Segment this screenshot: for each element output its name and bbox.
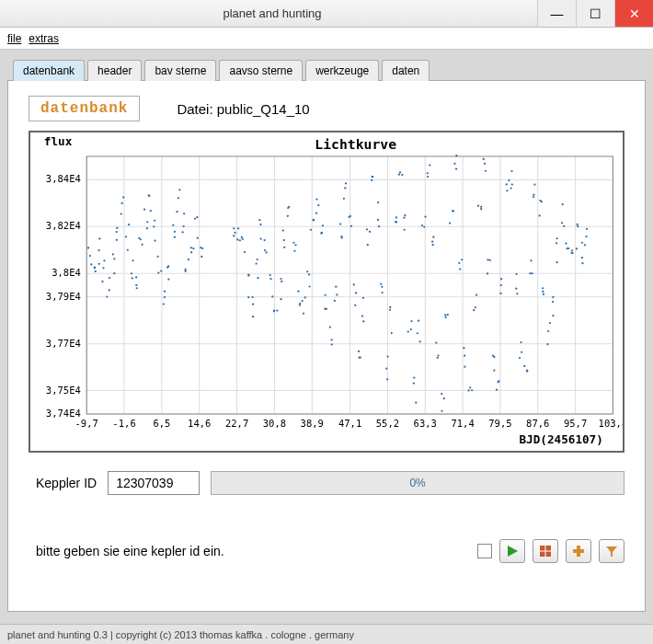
svg-point-188 xyxy=(331,343,333,345)
svg-point-87 xyxy=(150,210,152,212)
svg-point-127 xyxy=(236,238,238,240)
svg-point-352 xyxy=(586,228,588,230)
svg-point-245 xyxy=(417,332,418,334)
play-button[interactable] xyxy=(499,539,525,563)
svg-point-61 xyxy=(109,289,110,291)
svg-point-122 xyxy=(201,247,203,249)
checkbox[interactable] xyxy=(477,544,492,558)
svg-point-105 xyxy=(178,197,179,199)
svg-point-129 xyxy=(241,236,243,238)
svg-point-306 xyxy=(516,293,518,294)
menubar: file extras xyxy=(0,28,653,50)
svg-point-259 xyxy=(443,397,445,399)
svg-point-193 xyxy=(339,223,341,224)
svg-point-201 xyxy=(354,305,356,306)
svg-point-130 xyxy=(242,238,244,240)
svg-point-178 xyxy=(315,213,317,214)
svg-point-70 xyxy=(122,196,124,198)
svg-point-289 xyxy=(487,272,488,274)
svg-point-249 xyxy=(429,164,430,166)
svg-point-113 xyxy=(188,259,189,260)
svg-point-156 xyxy=(283,247,285,248)
svg-point-110 xyxy=(181,231,183,233)
svg-point-346 xyxy=(577,224,579,225)
svg-text:30,8: 30,8 xyxy=(263,418,286,429)
svg-point-166 xyxy=(297,291,299,293)
menu-file[interactable]: file xyxy=(7,32,21,45)
svg-point-206 xyxy=(360,356,361,358)
svg-point-304 xyxy=(511,183,513,185)
svg-point-326 xyxy=(542,291,544,293)
svg-point-191 xyxy=(336,293,338,295)
svg-point-71 xyxy=(120,213,122,214)
svg-text:79,5: 79,5 xyxy=(488,418,511,429)
svg-point-263 xyxy=(445,316,447,318)
svg-point-141 xyxy=(258,219,260,221)
menu-extras[interactable]: extras xyxy=(29,32,59,45)
panel-header: datenbank Datei: public_Q14_10 xyxy=(29,96,624,121)
maximize-button[interactable]: ☐ xyxy=(576,0,614,27)
svg-point-123 xyxy=(233,235,235,236)
add-button[interactable] xyxy=(566,539,591,563)
filter-button[interactable] xyxy=(599,539,624,563)
svg-point-260 xyxy=(441,393,442,395)
svg-point-217 xyxy=(377,201,379,203)
tab-header[interactable]: header xyxy=(87,60,142,81)
keppler-id-input[interactable] xyxy=(108,471,200,495)
window-title: planet and hunting xyxy=(7,6,537,20)
svg-point-103 xyxy=(174,236,176,238)
svg-point-219 xyxy=(382,292,384,293)
close-button[interactable]: ✕ xyxy=(614,0,653,27)
tab-aavso-sterne[interactable]: aavso sterne xyxy=(219,60,303,81)
svg-point-330 xyxy=(552,296,554,298)
tab-datenbank[interactable]: datenbank xyxy=(13,60,85,81)
svg-point-106 xyxy=(176,211,178,213)
svg-text:3,82E4: 3,82E4 xyxy=(46,221,81,232)
svg-text:3,79E4: 3,79E4 xyxy=(46,291,81,302)
svg-point-98 xyxy=(164,296,166,298)
svg-point-265 xyxy=(449,223,451,224)
svg-point-54 xyxy=(98,263,100,265)
tabstrip: datenbank header bav sterne aavso sterne… xyxy=(13,59,646,80)
svg-point-342 xyxy=(571,249,573,251)
svg-point-338 xyxy=(561,222,563,224)
svg-point-267 xyxy=(455,155,457,156)
tab-daten[interactable]: daten xyxy=(382,60,430,81)
svg-rect-359 xyxy=(573,549,584,553)
svg-point-72 xyxy=(128,224,130,225)
svg-point-143 xyxy=(259,224,261,225)
svg-point-182 xyxy=(322,224,324,226)
svg-point-119 xyxy=(197,237,199,239)
tab-werkzeuge[interactable]: werkzeuge xyxy=(305,60,379,81)
svg-text:14,6: 14,6 xyxy=(188,418,211,429)
minimize-button[interactable]: — xyxy=(537,0,576,27)
svg-point-172 xyxy=(306,270,308,272)
tab-bav-sterne[interactable]: bav sterne xyxy=(144,60,216,81)
svg-point-163 xyxy=(293,250,295,252)
svg-point-52 xyxy=(94,266,96,268)
svg-point-348 xyxy=(581,262,583,264)
svg-point-225 xyxy=(389,309,391,311)
svg-point-63 xyxy=(112,253,114,255)
svg-point-323 xyxy=(539,214,541,216)
svg-point-95 xyxy=(160,270,162,271)
svg-point-318 xyxy=(533,183,535,185)
svg-point-59 xyxy=(103,259,105,261)
svg-point-223 xyxy=(386,355,388,357)
svg-point-117 xyxy=(196,216,198,218)
svg-point-115 xyxy=(190,251,192,253)
panel-datenbank: datenbank Datei: public_Q14_10 -9,7-1,66… xyxy=(7,80,646,612)
svg-point-307 xyxy=(515,288,517,290)
svg-point-157 xyxy=(283,239,285,241)
grid-button[interactable] xyxy=(533,539,558,563)
svg-point-91 xyxy=(154,220,155,222)
svg-point-175 xyxy=(310,229,312,231)
svg-point-58 xyxy=(102,267,104,269)
svg-point-164 xyxy=(294,244,296,246)
svg-point-272 xyxy=(459,268,461,270)
svg-point-212 xyxy=(366,228,368,230)
svg-point-314 xyxy=(523,365,525,367)
svg-text:-9,7: -9,7 xyxy=(75,418,98,429)
svg-point-322 xyxy=(539,200,541,201)
svg-point-281 xyxy=(475,294,477,296)
